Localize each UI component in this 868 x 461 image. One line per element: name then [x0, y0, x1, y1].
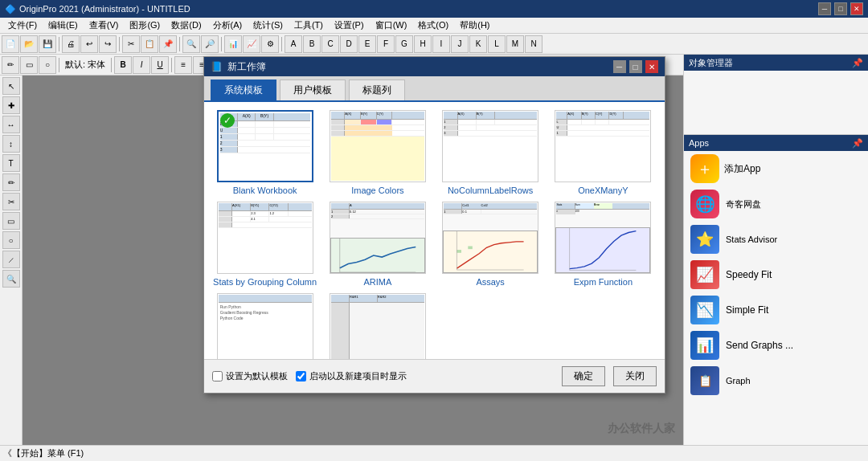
align-left-btn[interactable]: ≡: [174, 56, 192, 74]
side-btn-1[interactable]: ↖: [2, 77, 20, 95]
side-btn-6[interactable]: ✏: [2, 173, 20, 191]
undo-button[interactable]: ↩: [80, 35, 98, 53]
data-button[interactable]: 📈: [243, 35, 260, 53]
btn-e[interactable]: E: [358, 35, 376, 53]
chart-button[interactable]: 📊: [224, 35, 242, 53]
menu-settings[interactable]: 设置(P): [330, 18, 369, 32]
side-btn-9[interactable]: ○: [2, 231, 20, 249]
dialog-maximize-btn[interactable]: □: [629, 60, 642, 73]
checkbox-show-on-start-input[interactable]: [296, 371, 306, 381]
btn-a[interactable]: A: [285, 35, 302, 53]
ok-button[interactable]: 确定: [562, 366, 605, 386]
side-btn-5[interactable]: T: [2, 154, 20, 172]
dialog-close-btn[interactable]: ✕: [645, 60, 658, 73]
cancel-button[interactable]: 关闭: [613, 366, 657, 386]
underline-btn[interactable]: U: [151, 56, 169, 74]
menu-edit[interactable]: 编辑(E): [43, 18, 83, 32]
menu-stats[interactable]: 统计(S): [248, 18, 288, 32]
maximize-button[interactable]: □: [834, 2, 847, 15]
side-btn-8[interactable]: ▭: [2, 212, 20, 230]
object-manager-pin[interactable]: 📌: [852, 58, 863, 68]
btn-i[interactable]: I: [432, 35, 450, 53]
cut-button[interactable]: ✂: [122, 35, 140, 53]
settings-btn[interactable]: ⚙: [261, 35, 279, 53]
btn-j[interactable]: J: [451, 35, 469, 53]
btn-f[interactable]: F: [377, 35, 395, 53]
template-thumb-row3-2: R&R1 R&R2: [330, 293, 426, 359]
apps-pin[interactable]: 📌: [852, 138, 863, 149]
app-sendto-icon[interactable]: 📋: [690, 366, 719, 395]
menu-format[interactable]: 格式(O): [413, 18, 453, 32]
menu-data[interactable]: 数据(D): [166, 18, 206, 32]
app-simple-icon[interactable]: 📉: [690, 296, 719, 324]
template-row3-1[interactable]: Run PythonGradient Boosting RegressPytho…: [212, 293, 318, 359]
app-sendto-row: 📋 Graph: [684, 363, 868, 398]
btn-b[interactable]: B: [303, 35, 321, 53]
template-arima[interactable]: A 1 0.12 2: [325, 202, 431, 287]
tab-title-column[interactable]: 标题列: [349, 80, 405, 100]
template-stats-grouping[interactable]: A(X1) B(Y1) C(Y2) 2.3 1.2: [212, 202, 318, 287]
btn-k[interactable]: K: [469, 35, 487, 53]
template-nocolumn[interactable]: A(X) B(Y) 1 2 3: [437, 110, 543, 195]
dialog-minimize-btn[interactable]: ─: [613, 60, 626, 73]
template-onexmanyy[interactable]: A(X) B(Y) C(Y) D(Y) L U: [550, 110, 656, 195]
dialog-title-left: 📘 新工作簿: [211, 60, 266, 74]
checkbox-set-default-input[interactable]: [212, 371, 223, 381]
copy-button[interactable]: 📋: [141, 35, 158, 53]
checkbox-set-default[interactable]: 设置为默认模板: [212, 370, 288, 382]
app-simple-row: 📉 Simple Fit: [684, 292, 868, 328]
draw-btn2[interactable]: ▭: [20, 56, 38, 74]
template-blank-workbook[interactable]: ✓ A(X) B(Y) L U: [212, 110, 318, 195]
app-stats-icon[interactable]: ⭐: [690, 225, 719, 254]
app-speedy-icon[interactable]: 📈: [690, 260, 719, 289]
menu-tools[interactable]: 工具(T): [289, 18, 328, 32]
btn-n[interactable]: N: [525, 35, 542, 53]
btn-l[interactable]: L: [488, 35, 506, 53]
tab-system-templates[interactable]: 系统模板: [211, 80, 276, 100]
side-btn-3[interactable]: ↔: [2, 116, 20, 133]
add-app-label: 添加App: [724, 162, 760, 176]
menu-analysis[interactable]: 分析(A): [208, 18, 248, 32]
side-btn-2[interactable]: ✚: [2, 96, 20, 114]
open-button[interactable]: 📂: [20, 35, 38, 53]
add-app-row[interactable]: ＋ 添加App: [684, 151, 868, 186]
italic-btn[interactable]: I: [133, 56, 150, 74]
side-btn-4[interactable]: ↕: [2, 135, 20, 153]
app-qike-container[interactable]: 🌐: [690, 190, 719, 218]
app-send-icon[interactable]: 📊: [690, 331, 719, 360]
close-button[interactable]: ✕: [850, 2, 863, 15]
print-button[interactable]: 🖨: [62, 35, 80, 53]
menu-window[interactable]: 窗口(W): [371, 18, 412, 32]
new-workbook-dialog[interactable]: 📘 新工作簿 ─ □ ✕ 系统模板 用户模板 标题列 ✓: [203, 56, 665, 394]
paste-button[interactable]: 📌: [159, 35, 177, 53]
new-button[interactable]: 📄: [2, 35, 19, 53]
btn-c[interactable]: C: [321, 35, 339, 53]
btn-h[interactable]: H: [414, 35, 432, 53]
btn-d[interactable]: D: [340, 35, 358, 53]
save-button[interactable]: 💾: [39, 35, 56, 53]
side-btn-10[interactable]: ⟋: [2, 251, 20, 268]
side-btn-11[interactable]: 🔍: [2, 270, 20, 288]
checkbox-show-on-start[interactable]: 启动以及新建项目时显示: [296, 370, 407, 382]
tab-user-templates[interactable]: 用户模板: [280, 80, 346, 100]
menu-help[interactable]: 帮助(H): [455, 18, 494, 32]
draw-btn1[interactable]: ✏: [2, 56, 19, 74]
template-row3-2[interactable]: R&R1 R&R2 Template 10: [325, 293, 431, 359]
draw-btn3[interactable]: ○: [39, 56, 56, 74]
menu-view[interactable]: 查看(V): [84, 18, 124, 32]
btn-m[interactable]: M: [506, 35, 524, 53]
redo-button[interactable]: ↪: [99, 35, 117, 53]
minimize-button[interactable]: ─: [818, 2, 831, 15]
template-image-colors[interactable]: A(X) B(Y) C(Y): [325, 110, 431, 195]
template-name-blank: Blank Workbook: [233, 186, 297, 195]
zoom-in-button[interactable]: 🔍: [182, 35, 200, 53]
bold-btn[interactable]: B: [114, 56, 132, 74]
side-btn-7[interactable]: ✂: [2, 193, 20, 210]
template-assays[interactable]: Col1 Col2 1 0.1: [437, 202, 543, 287]
template-expm[interactable]: Stats Sum Mean n 100: [550, 202, 656, 287]
menu-file[interactable]: 文件(F): [3, 18, 42, 32]
menu-graph[interactable]: 图形(G): [125, 18, 165, 32]
zoom-out-button[interactable]: 🔎: [201, 35, 219, 53]
template-name-nocolumn: NoColumnLabelRows: [448, 186, 533, 195]
btn-g[interactable]: G: [395, 35, 413, 53]
